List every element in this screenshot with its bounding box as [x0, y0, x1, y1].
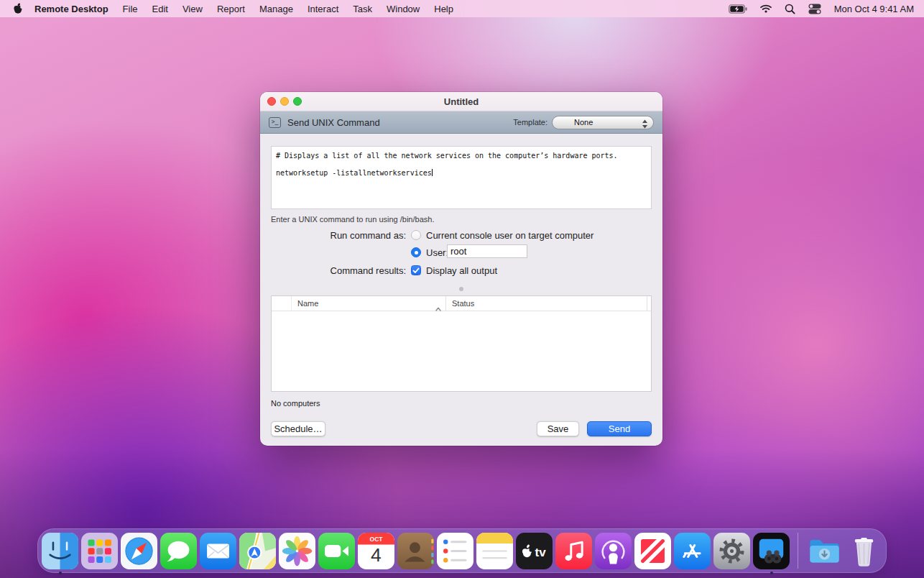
- user-field[interactable]: [447, 244, 527, 258]
- column-header-status[interactable]: Status: [446, 296, 647, 311]
- schedule-button[interactable]: Schedule…: [271, 421, 325, 436]
- console-user-label: Current console user on target computer: [426, 230, 593, 241]
- dock-launchpad-icon[interactable]: [81, 533, 118, 569]
- menu-items: File Edit View Report Manage Interact Ta…: [116, 4, 461, 14]
- dock-facetime-icon[interactable]: [318, 533, 355, 569]
- traffic-lights: [267, 92, 302, 111]
- dock-messages-icon[interactable]: [160, 533, 197, 569]
- menubar-app-name[interactable]: Remote Desktop: [34, 4, 108, 14]
- dock-divider: [798, 533, 798, 569]
- running-indicator: [770, 572, 773, 574]
- display-all-label: Display all output: [426, 265, 497, 276]
- template-control: Template: None: [513, 116, 654, 129]
- menu-edit[interactable]: Edit: [145, 4, 175, 14]
- calendar-month-label: OCT: [370, 536, 384, 543]
- dock-downloads-icon[interactable]: [806, 533, 843, 569]
- console-user-option: Current console user on target computer: [411, 230, 593, 241]
- menu-file[interactable]: File: [116, 4, 145, 14]
- template-label: Template:: [513, 118, 548, 127]
- table-trailing-column: [647, 296, 651, 311]
- text-caret: [432, 169, 433, 176]
- wifi-icon[interactable]: [760, 4, 772, 13]
- console-user-radio[interactable]: [411, 230, 421, 240]
- splitter-handle[interactable]: [459, 287, 463, 291]
- template-selected-value: None: [574, 118, 593, 127]
- dock-apple-tv-icon[interactable]: tv: [516, 533, 553, 569]
- dock-calendar-icon[interactable]: OCT 4: [358, 533, 394, 569]
- status-column-label: Status: [452, 299, 474, 308]
- send-unix-command-window: Untitled >_ Send UNIX Command Template: …: [260, 92, 662, 446]
- dock-news-icon[interactable]: [634, 533, 671, 569]
- running-indicator: [59, 572, 62, 574]
- dock-reminders-icon[interactable]: [437, 533, 473, 569]
- command-results-label: Command results:: [260, 265, 406, 276]
- table-header-row: Name Status: [272, 296, 651, 311]
- command-hint-text: Enter a UNIX command to run using /bin/b…: [271, 215, 434, 224]
- apple-menu-icon[interactable]: [13, 3, 23, 14]
- dock: OCT 4: [37, 528, 887, 573]
- dock-safari-icon[interactable]: [121, 533, 157, 569]
- name-column-label: Name: [297, 299, 318, 308]
- dock-trash-icon[interactable]: [846, 533, 882, 569]
- dock-music-icon[interactable]: [555, 533, 592, 569]
- task-header: >_ Send UNIX Command Template: None: [260, 111, 662, 134]
- menu-report[interactable]: Report: [210, 4, 252, 14]
- command-comment-line: # Displays a list of all the network ser…: [276, 152, 647, 160]
- menu-bar: Remote Desktop File Edit View Report Man…: [0, 0, 924, 17]
- menubar-status-area: Mon Oct 4 9:41 AM: [729, 4, 914, 14]
- task-title: Send UNIX Command: [287, 117, 380, 128]
- status-text: No computers: [271, 399, 320, 408]
- user-label: User:: [426, 247, 448, 258]
- run-as-row: Run command as: Current console user on …: [260, 229, 662, 242]
- dock-app-store-icon[interactable]: [674, 533, 711, 569]
- menu-interact[interactable]: Interact: [300, 4, 346, 14]
- menu-help[interactable]: Help: [427, 4, 461, 14]
- calendar-day-label: 4: [371, 544, 382, 566]
- dock-mail-icon[interactable]: [200, 533, 236, 569]
- template-popup-button[interactable]: None: [552, 116, 654, 129]
- command-text-area[interactable]: # Displays a list of all the network ser…: [271, 146, 652, 209]
- save-button[interactable]: Save: [537, 421, 579, 436]
- popup-arrows-icon: [642, 119, 648, 132]
- search-icon[interactable]: [785, 4, 795, 14]
- window-titlebar[interactable]: Untitled: [260, 92, 662, 111]
- dock-remote-desktop-icon[interactable]: [753, 533, 790, 569]
- zoom-button[interactable]: [293, 97, 302, 106]
- minimize-button[interactable]: [280, 97, 289, 106]
- control-center-icon[interactable]: [808, 4, 821, 14]
- send-button[interactable]: Send: [587, 421, 652, 436]
- user-option: User:: [411, 247, 448, 258]
- menu-window[interactable]: Window: [379, 4, 427, 14]
- dock-system-preferences-icon[interactable]: [713, 533, 750, 569]
- user-row: User:: [260, 246, 662, 259]
- sort-ascending-icon: [435, 301, 441, 314]
- command-line: networksetup -listallnetworkservices: [276, 169, 432, 177]
- computers-table[interactable]: Name Status: [271, 295, 652, 392]
- menu-task[interactable]: Task: [346, 4, 379, 14]
- display-all-option: Display all output: [411, 265, 497, 276]
- dock-maps-icon[interactable]: [239, 533, 276, 569]
- display-all-checkbox[interactable]: [411, 265, 421, 275]
- dock-notes-icon[interactable]: [476, 533, 513, 569]
- menu-manage[interactable]: Manage: [252, 4, 300, 14]
- battery-charging-icon[interactable]: [729, 4, 747, 14]
- column-header-name[interactable]: Name: [292, 296, 446, 311]
- dock-finder-icon[interactable]: [42, 533, 78, 569]
- terminal-icon: >_: [269, 117, 281, 128]
- run-as-label: Run command as:: [260, 230, 406, 241]
- dock-contacts-icon[interactable]: [397, 533, 434, 569]
- dock-podcasts-icon[interactable]: [595, 533, 632, 569]
- dock-photos-icon[interactable]: [279, 533, 315, 569]
- table-leading-column: [272, 296, 292, 311]
- menu-view[interactable]: View: [175, 4, 210, 14]
- command-results-row: Command results: Display all output: [260, 264, 662, 277]
- menubar-clock[interactable]: Mon Oct 4 9:41 AM: [834, 4, 914, 14]
- close-button[interactable]: [267, 97, 276, 106]
- apple-tv-label: tv: [535, 546, 547, 559]
- window-title: Untitled: [444, 96, 479, 107]
- user-radio[interactable]: [411, 247, 421, 257]
